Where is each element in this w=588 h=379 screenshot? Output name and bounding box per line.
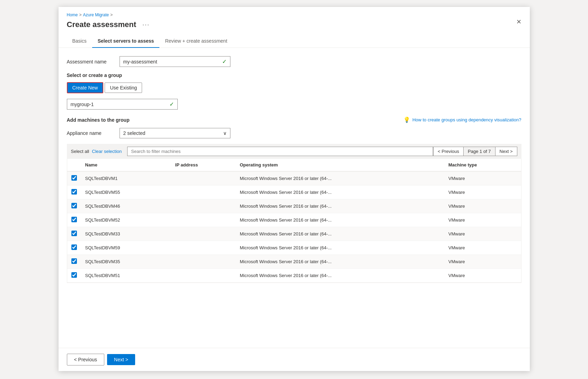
machines-table: Name IP address Operating system Machine…	[67, 159, 521, 283]
dependency-link-text: How to create groups using dependency vi…	[412, 117, 521, 122]
row-ip	[171, 213, 236, 227]
close-button[interactable]: ✕	[514, 17, 524, 27]
row-checkbox[interactable]	[71, 189, 77, 195]
row-ip	[171, 186, 236, 199]
search-input[interactable]	[127, 147, 433, 156]
row-checkbox[interactable]	[71, 231, 77, 236]
use-existing-button[interactable]: Use Existing	[105, 83, 142, 93]
previous-page-button[interactable]: < Previous	[433, 147, 464, 156]
table-row: SQLTestDBVM46 Microsoft Windows Server 2…	[67, 199, 521, 213]
assessment-name-row: Assessment name ✓	[67, 56, 521, 67]
group-name-check: ✓	[169, 101, 174, 107]
modal-header: Home > Azure Migrate > ✕	[59, 7, 530, 19]
row-name: SQLTestDBVM33	[81, 227, 171, 241]
row-checkbox-cell[interactable]	[67, 241, 81, 255]
dependency-link[interactable]: 💡 How to create groups using dependency …	[403, 117, 521, 123]
row-checkbox-cell[interactable]	[67, 186, 81, 199]
row-os: Microsoft Windows Server 2016 or later (…	[236, 241, 444, 255]
row-checkbox[interactable]	[71, 272, 77, 278]
appliance-dropdown[interactable]: 2 selected ∨	[120, 128, 230, 138]
table-row: SQLTestDBVM33 Microsoft Windows Server 2…	[67, 227, 521, 241]
row-name: SQLTestDBVM51	[81, 269, 171, 283]
row-checkbox-cell[interactable]	[67, 199, 81, 213]
row-name: SQLTestDBVM35	[81, 255, 171, 269]
table-row: SQLTestDBVM52 Microsoft Windows Server 2…	[67, 213, 521, 227]
row-checkbox[interactable]	[71, 203, 77, 208]
row-checkbox[interactable]	[71, 244, 77, 250]
row-type: VMware	[444, 227, 521, 241]
col-header-checkbox	[67, 159, 81, 171]
row-type: VMware	[444, 171, 521, 186]
group-section-title: Select or create a group	[67, 72, 521, 78]
row-checkbox[interactable]	[71, 217, 77, 222]
appliance-row: Appliance name 2 selected ∨	[67, 128, 521, 138]
row-checkbox-cell[interactable]	[67, 171, 81, 186]
row-checkbox-cell[interactable]	[67, 255, 81, 269]
assessment-name-check: ✓	[222, 58, 227, 65]
row-os: Microsoft Windows Server 2016 or later (…	[236, 199, 444, 213]
row-checkbox[interactable]	[71, 175, 77, 181]
table-row: SQLTestDBVM59 Microsoft Windows Server 2…	[67, 241, 521, 255]
row-checkbox[interactable]	[71, 258, 77, 264]
row-os: Microsoft Windows Server 2016 or later (…	[236, 227, 444, 241]
pagination: < Previous Page 1 of 7 Next >	[433, 147, 517, 156]
row-os: Microsoft Windows Server 2016 or later (…	[236, 269, 444, 283]
add-machines-title: Add machines to the group	[67, 117, 130, 123]
table-header-row: Name IP address Operating system Machine…	[67, 159, 521, 171]
assessment-name-input-wrapper: ✓	[120, 56, 230, 67]
group-name-row: ✓	[67, 99, 521, 110]
group-name-input[interactable]	[71, 102, 167, 107]
col-header-type: Machine type	[444, 159, 521, 171]
breadcrumb-home[interactable]: Home	[67, 12, 78, 17]
next-page-button[interactable]: Next >	[495, 147, 517, 156]
bulb-icon: 💡	[403, 117, 410, 123]
breadcrumb-sep1: >	[79, 12, 82, 17]
create-assessment-modal: Home > Azure Migrate > ✕ Create assessme…	[59, 7, 530, 371]
tab-review[interactable]: Review + create assessment	[159, 35, 232, 48]
breadcrumb: Home > Azure Migrate >	[67, 12, 113, 17]
row-checkbox-cell[interactable]	[67, 269, 81, 283]
group-name-input-wrapper: ✓	[67, 99, 178, 110]
row-type: VMware	[444, 255, 521, 269]
create-new-button[interactable]: Create New	[67, 82, 104, 93]
row-name: SQLTestDBVM52	[81, 213, 171, 227]
row-type: VMware	[444, 199, 521, 213]
row-ip	[171, 241, 236, 255]
row-type: VMware	[444, 186, 521, 199]
row-ip	[171, 255, 236, 269]
col-header-ip: IP address	[171, 159, 236, 171]
tab-basics[interactable]: Basics	[67, 35, 92, 48]
breadcrumb-azure-migrate[interactable]: Azure Migrate	[83, 12, 109, 17]
table-row: SQLTestDBVM35 Microsoft Windows Server 2…	[67, 255, 521, 269]
row-name: SQLTestDBVM1	[81, 171, 171, 186]
row-ip	[171, 171, 236, 186]
footer-next-button[interactable]: Next >	[107, 354, 135, 365]
modal-title: Create assessment	[67, 20, 137, 29]
col-header-os: Operating system	[236, 159, 444, 171]
row-os: Microsoft Windows Server 2016 or later (…	[236, 213, 444, 227]
add-machines-row: Add machines to the group 💡 How to creat…	[67, 117, 521, 123]
row-os: Microsoft Windows Server 2016 or later (…	[236, 171, 444, 186]
row-ip	[171, 199, 236, 213]
row-ip	[171, 227, 236, 241]
modal-footer: < Previous Next >	[59, 348, 530, 371]
row-checkbox-cell[interactable]	[67, 227, 81, 241]
tab-bar: Basics Select servers to assess Review +…	[59, 35, 530, 48]
row-ip	[171, 269, 236, 283]
select-all-link[interactable]: Select all	[71, 149, 89, 154]
more-options-button[interactable]: ···	[140, 20, 152, 29]
row-type: VMware	[444, 241, 521, 255]
appliance-label: Appliance name	[67, 130, 115, 136]
tab-select-servers[interactable]: Select servers to assess	[92, 35, 160, 48]
modal-title-row: Create assessment ···	[59, 19, 530, 35]
row-name: SQLTestDBVM46	[81, 199, 171, 213]
footer-previous-button[interactable]: < Previous	[67, 354, 105, 365]
table-row: SQLTestDBVM1 Microsoft Windows Server 20…	[67, 171, 521, 186]
row-name: SQLTestDBVM55	[81, 186, 171, 199]
assessment-name-label: Assessment name	[67, 59, 115, 64]
clear-selection-link[interactable]: Clear selection	[92, 149, 122, 154]
row-os: Microsoft Windows Server 2016 or later (…	[236, 255, 444, 269]
row-checkbox-cell[interactable]	[67, 213, 81, 227]
assessment-name-input[interactable]	[123, 59, 219, 64]
table-toolbar: Select all Clear selection < Previous Pa…	[67, 144, 521, 159]
